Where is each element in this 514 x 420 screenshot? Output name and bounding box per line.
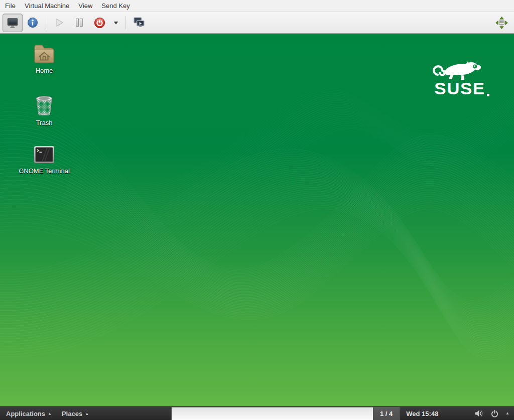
dropdown-arrow-icon [112, 19, 120, 27]
desktop-icon-label: Home [36, 67, 53, 74]
trash-can-icon [34, 94, 55, 117]
bottom-panel: Applications ▲ Places ▲ 1 / 4 Wed 15:48 [0, 406, 514, 420]
workspace-indicator[interactable]: 1 / 4 [373, 407, 400, 420]
play-icon [53, 16, 66, 29]
vm-desktop-display[interactable]: Home [0, 34, 514, 406]
suse-wordmark-dot [487, 94, 489, 96]
menu-send-key[interactable]: Send Key [97, 0, 134, 12]
terminal-icon [33, 145, 55, 165]
home-folder-icon [33, 44, 56, 65]
menubar: File Virtual Machine View Send Key [0, 0, 514, 12]
applications-menu-label: Applications [6, 410, 45, 417]
toolbar-separator [46, 16, 46, 29]
resize-to-vm-icon [495, 16, 508, 30]
panel-left-section: Applications ▲ Places ▲ [0, 407, 171, 420]
suse-logo: SUSE [427, 59, 497, 97]
console-monitor-icon [6, 16, 19, 29]
suse-wordmark: SUSE [434, 80, 485, 97]
menu-virtual-machine[interactable]: Virtual Machine [20, 0, 74, 12]
tray-expand-arrow-icon[interactable]: ▲ [505, 411, 509, 415]
shutdown-menu-arrow[interactable] [109, 14, 122, 32]
dual-monitor-play-icon [133, 16, 146, 29]
desktop-icon-label: GNOME Terminal [19, 167, 70, 175]
run-button[interactable] [49, 14, 69, 32]
console-button[interactable] [3, 14, 23, 32]
desktop-icon-label: Trash [36, 119, 53, 126]
menu-view[interactable]: View [74, 0, 97, 12]
toolbar [0, 12, 514, 34]
info-icon [27, 17, 39, 29]
places-menu-button[interactable]: Places ▲ [57, 407, 94, 420]
workspace-indicator-label: 1 / 4 [380, 410, 393, 417]
desktop-icon-gnome-terminal[interactable]: GNOME Terminal [12, 145, 77, 175]
resize-to-vm-button[interactable] [491, 14, 511, 32]
vm-manager-button[interactable] [129, 14, 149, 32]
suse-wordmark-row: SUSE [434, 80, 489, 97]
volume-icon[interactable] [474, 409, 484, 417]
power-icon[interactable] [490, 409, 499, 418]
pause-icon [73, 16, 86, 29]
shutdown-power-icon [93, 17, 106, 29]
shutdown-button[interactable] [89, 14, 109, 32]
virt-manager-window: File Virtual Machine View Send Key [0, 0, 514, 420]
system-tray: ▲ [474, 409, 514, 418]
clock-label: Wed 15:48 [406, 410, 438, 417]
desktop-icon-home[interactable]: Home [20, 44, 68, 74]
window-list-area[interactable] [171, 407, 373, 420]
clock[interactable]: Wed 15:48 [406, 410, 438, 417]
up-arrow-icon: ▲ [85, 411, 89, 416]
toolbar-separator [125, 16, 126, 29]
details-button[interactable] [23, 14, 43, 32]
desktop-icon-trash[interactable]: Trash [20, 94, 68, 126]
pause-button[interactable] [69, 14, 89, 32]
menu-file[interactable]: File [1, 0, 20, 12]
applications-menu-button[interactable]: Applications ▲ [1, 407, 57, 420]
up-arrow-icon: ▲ [48, 411, 52, 416]
panel-right-section: 1 / 4 Wed 15:48 [373, 407, 514, 420]
places-menu-label: Places [62, 410, 82, 417]
